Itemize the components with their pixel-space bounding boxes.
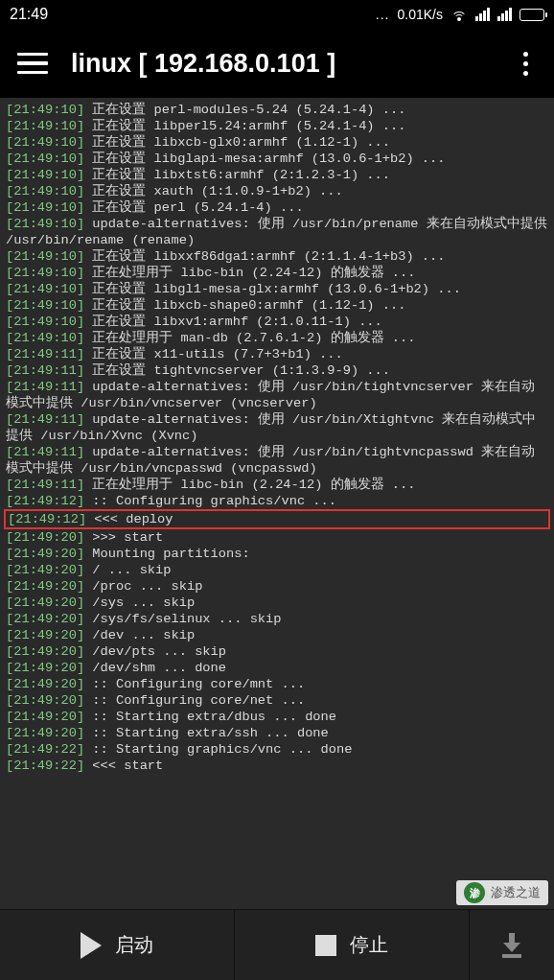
log-line: [21:49:20] >>> start (6, 529, 548, 546)
log-message: /dev/shm ... done (84, 661, 226, 675)
log-line: [21:49:20] :: Starting extra/dbus ... do… (6, 709, 548, 725)
log-message: :: Configuring graphics/vnc ... (84, 494, 336, 508)
log-line: [21:49:20] :: Configuring core/mnt ... (6, 676, 548, 692)
log-timestamp: [21:49:10] (6, 266, 84, 280)
log-timestamp: [21:49:20] (6, 644, 84, 659)
log-line: [21:49:20] /dev/shm ... done (6, 660, 548, 676)
log-message: 正在设置 libxxf86dga1:armhf (2:1.1.4-1+b3) .… (84, 249, 445, 264)
log-line: [21:49:20] Mounting partitions: (6, 546, 548, 562)
app-title: linux [ 192.168.0.101 ] (48, 49, 514, 79)
log-timestamp: [21:49:10] (6, 282, 84, 296)
log-message: / ... skip (84, 563, 171, 577)
log-line: [21:49:11] 正在设置 tightvncserver (1:1.3.9-… (6, 362, 548, 379)
log-message: 正在设置 tightvncserver (1:1.3.9-9) ... (84, 363, 390, 378)
log-message: <<< start (84, 758, 163, 773)
log-line: [21:49:10] 正在设置 xauth (1:1.0.9-1+b2) ... (6, 183, 548, 199)
log-message: :: Configuring core/net ... (84, 693, 305, 708)
network-speed: 0.01K/s (398, 7, 443, 22)
log-message: :: Configuring core/mnt ... (84, 677, 305, 691)
log-timestamp: [21:49:10] (6, 184, 84, 198)
status-dots: ... (376, 7, 390, 22)
log-message: update-alternatives: 使用 /usr/bin/Xtightv… (6, 412, 536, 443)
log-message: 正在设置 libperl5.24:armhf (5.24.1-4) ... (84, 119, 405, 133)
log-line: [21:49:20] :: Configuring core/net ... (6, 692, 548, 709)
log-message: update-alternatives: 使用 /usr/bin/tightvn… (6, 445, 535, 476)
log-timestamp: [21:49:11] (6, 478, 84, 492)
log-line: [21:49:10] 正在处理用于 man-db (2.7.6.1-2) 的触发… (6, 330, 548, 346)
log-timestamp: [21:49:10] (6, 152, 84, 166)
stop-icon (315, 935, 336, 956)
signal-bars-icon-2 (497, 8, 512, 21)
watermark-icon: 渗 (464, 882, 485, 903)
log-line: [21:49:10] 正在设置 perl-modules-5.24 (5.24.… (6, 102, 548, 118)
log-timestamp: [21:49:10] (6, 103, 84, 117)
play-icon (81, 932, 102, 959)
log-line: [21:49:10] 正在设置 libxtst6:armhf (2:1.2.3-… (6, 167, 548, 183)
overflow-menu-icon[interactable] (514, 52, 537, 76)
wifi-icon (450, 8, 468, 21)
log-timestamp: [21:49:20] (6, 726, 84, 740)
log-message: 正在设置 libxtst6:armhf (2:1.2.3-1) ... (84, 168, 390, 182)
log-message: 正在处理用于 libc-bin (2.24-12) 的触发器 ... (84, 266, 415, 280)
log-message: 正在设置 libglapi-mesa:armhf (13.0.6-1+b2) .… (84, 152, 445, 166)
log-message: /sys/fs/selinux ... skip (84, 612, 281, 626)
log-message: 正在设置 libgl1-mesa-glx:armhf (13.0.6-1+b2)… (84, 282, 461, 296)
status-icons: ... 0.01K/s (48, 7, 544, 22)
log-timestamp: [21:49:20] (6, 612, 84, 626)
log-message: 正在处理用于 libc-bin (2.24-12) 的触发器 ... (84, 478, 415, 492)
android-status-bar: 21:49 ... 0.01K/s (0, 0, 554, 29)
log-message: 正在设置 libxcb-shape0:armhf (1.12-1) ... (84, 298, 405, 313)
log-line: [21:49:10] 正在设置 libxv1:armhf (2:1.0.11-1… (6, 314, 548, 330)
log-line: [21:49:20] / ... skip (6, 562, 548, 578)
log-line: [21:49:20] /sys/fs/selinux ... skip (6, 611, 548, 627)
log-timestamp: [21:49:22] (6, 758, 84, 773)
log-message: /sys ... skip (84, 595, 195, 610)
log-message: /dev ... skip (84, 628, 195, 642)
log-timestamp: [21:49:20] (6, 661, 84, 675)
log-message: >>> start (84, 530, 163, 545)
log-line: [21:49:12] :: Configuring graphics/vnc .… (6, 493, 548, 509)
log-timestamp: [21:49:10] (6, 200, 84, 215)
log-line: [21:49:20] /dev ... skip (6, 627, 548, 643)
log-message: 正在设置 libxcb-glx0:armhf (1.12-1) ... (84, 135, 390, 150)
log-line: [21:49:10] 正在设置 libxcb-glx0:armhf (1.12-… (6, 134, 548, 151)
download-button[interactable] (470, 910, 554, 980)
watermark: 渗 渗透之道 (456, 880, 548, 905)
watermark-label: 渗透之道 (491, 884, 541, 901)
log-timestamp: [21:49:11] (6, 347, 84, 362)
stop-label: 停止 (350, 932, 388, 958)
log-timestamp: [21:49:20] (6, 563, 84, 577)
log-timestamp: [21:49:20] (6, 677, 84, 691)
log-timestamp: [21:49:20] (6, 693, 84, 708)
log-line: [21:49:10] 正在设置 libxxf86dga1:armhf (2:1.… (6, 248, 548, 265)
log-message: <<< deploy (86, 512, 173, 526)
log-timestamp: [21:49:11] (6, 363, 84, 378)
start-button[interactable]: 启动 (0, 910, 235, 980)
status-time: 21:49 (10, 6, 48, 23)
terminal-output[interactable]: [21:49:10] 正在设置 perl-modules-5.24 (5.24.… (0, 98, 554, 909)
log-line: [21:49:10] 正在设置 libgl1-mesa-glx:armhf (1… (6, 281, 548, 297)
log-line: [21:49:11] update-alternatives: 使用 /usr/… (6, 411, 548, 444)
log-line: [21:49:10] 正在设置 libxcb-shape0:armhf (1.1… (6, 297, 548, 314)
log-line: [21:49:22] :: Starting graphics/vnc ... … (6, 741, 548, 758)
log-line: [21:49:10] 正在处理用于 libc-bin (2.24-12) 的触发… (6, 265, 548, 281)
log-timestamp: [21:49:20] (6, 547, 84, 561)
log-message: 正在设置 xauth (1:1.0.9-1+b2) ... (84, 184, 343, 198)
log-timestamp: [21:49:10] (6, 168, 84, 182)
log-timestamp: [21:49:11] (6, 445, 84, 459)
hamburger-menu-icon[interactable] (17, 53, 48, 75)
log-timestamp: [21:49:10] (6, 315, 84, 329)
log-line: [21:49:10] 正在设置 perl (5.24.1-4) ... (6, 199, 548, 216)
log-message: :: Starting graphics/vnc ... done (84, 742, 352, 757)
log-timestamp: [21:49:11] (6, 412, 84, 427)
log-timestamp: [21:49:10] (6, 298, 84, 313)
log-timestamp: [21:49:20] (6, 579, 84, 594)
log-message: :: Starting extra/ssh ... done (84, 726, 329, 740)
log-line: [21:49:20] /dev/pts ... skip (6, 643, 548, 660)
stop-button[interactable]: 停止 (235, 910, 470, 980)
log-timestamp: [21:49:10] (6, 331, 84, 345)
log-line: [21:49:11] 正在处理用于 libc-bin (2.24-12) 的触发… (6, 477, 548, 493)
log-line: [21:49:10] 正在设置 libglapi-mesa:armhf (13.… (6, 151, 548, 167)
log-line: [21:49:11] update-alternatives: 使用 /usr/… (6, 444, 548, 477)
log-message: 正在设置 perl (5.24.1-4) ... (84, 200, 304, 215)
